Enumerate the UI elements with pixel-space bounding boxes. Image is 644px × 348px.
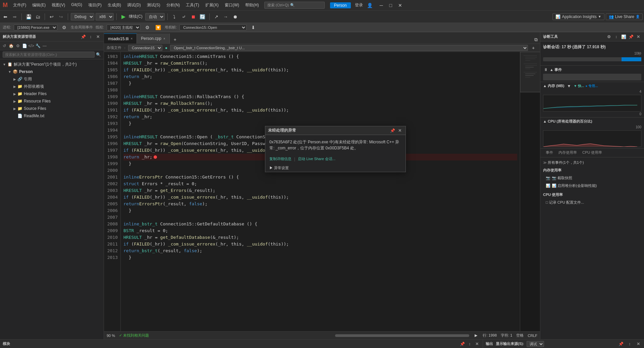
- ref-node[interactable]: ▶ 🔗 引用: [0, 75, 104, 83]
- stack-expand-btn[interactable]: ⬇: [249, 23, 257, 31]
- sol-props-btn[interactable]: ⚙: [15, 43, 21, 49]
- cpu-profile-link[interactable]: □ 记录 CPU 配置文件...: [543, 199, 641, 206]
- project-node[interactable]: ▼ 📦 Person: [0, 68, 104, 75]
- sol-code-btn[interactable]: </>: [28, 43, 34, 49]
- step-out-btn[interactable]: ↗: [212, 13, 220, 21]
- back-btn[interactable]: ⬅: [1, 13, 9, 21]
- live-share-button[interactable]: 👥 Live Share 👤: [606, 13, 643, 20]
- save-all-btn[interactable]: 🗂: [34, 13, 42, 21]
- output-pin-btn[interactable]: 📌: [618, 341, 624, 347]
- diag-tab-cpu[interactable]: CPU 使用率: [580, 149, 605, 157]
- menu-item[interactable]: 工具(T): [183, 2, 202, 9]
- nav-expand-btn[interactable]: +: [529, 44, 537, 52]
- tab-msado[interactable]: msado15.tli ×: [104, 33, 137, 44]
- tab-person[interactable]: Person.cpp ×: [137, 33, 170, 44]
- sol-show-all-btn[interactable]: 📄: [21, 43, 28, 49]
- close-button[interactable]: ✕: [397, 2, 404, 9]
- menu-item[interactable]: 生成(B): [105, 2, 124, 9]
- diag-tab-memory[interactable]: 内存使用率: [556, 149, 580, 157]
- editor-zoom: 90 %: [107, 334, 115, 338]
- sol-collapse-btn[interactable]: —: [42, 43, 48, 49]
- auto-dropdown[interactable]: 自动: [145, 13, 165, 20]
- menu-item[interactable]: 视图(V): [49, 2, 68, 9]
- filter-btn[interactable]: ⚙: [143, 23, 151, 31]
- menu-item[interactable]: 项目(P): [86, 2, 104, 9]
- exception-close-btn[interactable]: ✕: [397, 128, 403, 134]
- forward-btn[interactable]: ➡: [11, 13, 19, 21]
- exception-expand[interactable]: ▶ 异常设置: [265, 164, 406, 172]
- restart-btn[interactable]: 🔄: [199, 13, 207, 21]
- person-button[interactable]: Person: [330, 2, 351, 8]
- readme-node[interactable]: ▶ 📄 ReadMe.txt: [0, 112, 104, 120]
- stack-dropdown[interactable]: Connection15::Open: [179, 24, 247, 30]
- live-share-link[interactable]: 启动 Live Share 会话...: [298, 156, 335, 161]
- sol-home-btn[interactable]: 🏠: [8, 43, 14, 49]
- panel-close-btn[interactable]: ✕: [95, 34, 101, 40]
- save-btn[interactable]: 💾: [24, 13, 33, 21]
- app-insights-button[interactable]: 📊 Application Insights ▼: [552, 13, 604, 20]
- menu-item[interactable]: 帮助(H): [243, 2, 262, 9]
- diag-settings-icon[interactable]: ⚙: [606, 34, 612, 40]
- diag-graph-icon[interactable]: 📊: [621, 34, 627, 40]
- modules-close-btn[interactable]: ✕: [474, 341, 480, 347]
- filter2-btn[interactable]: 🔽: [154, 23, 162, 31]
- stop-btn[interactable]: ⏹: [189, 13, 197, 21]
- solution-root[interactable]: ▼ 📋 解决方案"Person"(1个项目，共2个): [0, 61, 104, 68]
- header-files-node[interactable]: ▶ 📁 Header Files: [0, 90, 104, 97]
- platform-dropdown[interactable]: x86: [96, 13, 114, 20]
- source-files-node[interactable]: ▶ 📁 Source Files: [0, 105, 104, 112]
- screenshot-link[interactable]: 📷 📷 截取快照: [543, 174, 641, 182]
- diag-pin-btn[interactable]: 📌: [628, 34, 634, 40]
- menu-item[interactable]: 测试(S): [144, 2, 163, 9]
- output-source-select[interactable]: 调试: [527, 341, 544, 347]
- nav-class-dropdown[interactable]: Connection15: [128, 45, 162, 51]
- menu-item[interactable]: 窗口(W): [222, 2, 242, 9]
- panel-arrow-btn[interactable]: ↕: [88, 34, 94, 40]
- solution-search-input[interactable]: [3, 52, 95, 58]
- process-dropdown[interactable]: [15860] Person.exe: [14, 24, 57, 30]
- scroll-bar[interactable]: [335, 334, 469, 337]
- sol-filter-btn[interactable]: 🔧: [35, 43, 41, 49]
- exception-pin-btn[interactable]: 📌: [389, 128, 395, 134]
- memory-filter-btn[interactable]: ▼: [566, 84, 572, 88]
- menu-item[interactable]: 分析(N): [164, 2, 183, 9]
- copy-details-link[interactable]: 复制详细信息: [269, 156, 291, 161]
- thread-dropdown[interactable]: [4020] 主线程: [107, 24, 141, 30]
- scroll-right-btn[interactable]: ▶: [473, 333, 479, 338]
- menu-item[interactable]: 扩展(X): [203, 2, 221, 9]
- debug-config-dropdown[interactable]: Debug: [71, 13, 94, 20]
- minimize-button[interactable]: ─: [378, 2, 385, 9]
- panel-pin-btn[interactable]: 📌: [80, 34, 86, 40]
- split-editor-btn[interactable]: ⧉: [532, 36, 540, 44]
- menu-item[interactable]: Git(G): [68, 2, 85, 9]
- nav-method-dropdown[interactable]: Open(_bstr_t ConnectionString, _bstr_t U…: [170, 45, 528, 51]
- sol-refresh-btn[interactable]: ↺: [1, 43, 7, 49]
- maximize-button[interactable]: □: [387, 2, 394, 9]
- heap-analysis-link[interactable]: 📊 📊 启用堆分析(会影响性能): [543, 182, 641, 190]
- step-over-btn[interactable]: ⤵: [170, 13, 178, 21]
- diag-tab-events[interactable]: 事件: [543, 149, 556, 157]
- menu-item[interactable]: 文件(F): [10, 2, 29, 9]
- redo-btn[interactable]: ↪: [57, 13, 65, 21]
- resource-files-node[interactable]: ▶ 📁 Resource Files: [0, 97, 104, 105]
- diag-close-btn[interactable]: ✕: [635, 34, 641, 40]
- diag-pause-btn[interactable]: ⏸: [543, 67, 548, 72]
- title-search[interactable]: 搜索 (Ctrl+Q) 🔍: [264, 2, 325, 9]
- undo-btn[interactable]: ↩: [48, 13, 56, 21]
- modules-pin-btn[interactable]: 📌: [459, 341, 465, 347]
- breakpoint-btn[interactable]: ⏺: [231, 13, 239, 21]
- step-into-btn[interactable]: ⤶: [180, 13, 188, 21]
- continue-btn[interactable]: ▶: [119, 13, 127, 21]
- lifecycle-btn[interactable]: ⚙: [60, 23, 68, 31]
- diag-arrow-icon[interactable]: ↕: [613, 34, 619, 40]
- menu-item[interactable]: 调试(D): [124, 2, 144, 9]
- run-cursor-btn[interactable]: →: [222, 13, 230, 21]
- code-area[interactable]: inline HRESULT Connection15::CommitTrans…: [121, 52, 520, 331]
- output-arrow-btn[interactable]: ↕: [627, 341, 633, 347]
- output-close-btn[interactable]: ✕: [635, 341, 641, 347]
- menu-item[interactable]: 编辑(E): [30, 2, 48, 9]
- modules-arrow-btn[interactable]: ↕: [467, 341, 473, 347]
- login-text[interactable]: 登录: [355, 2, 363, 8]
- ext-dep-node[interactable]: ▶ 📁 外部依赖项: [0, 83, 104, 90]
- add-tab-btn[interactable]: +: [171, 36, 179, 44]
